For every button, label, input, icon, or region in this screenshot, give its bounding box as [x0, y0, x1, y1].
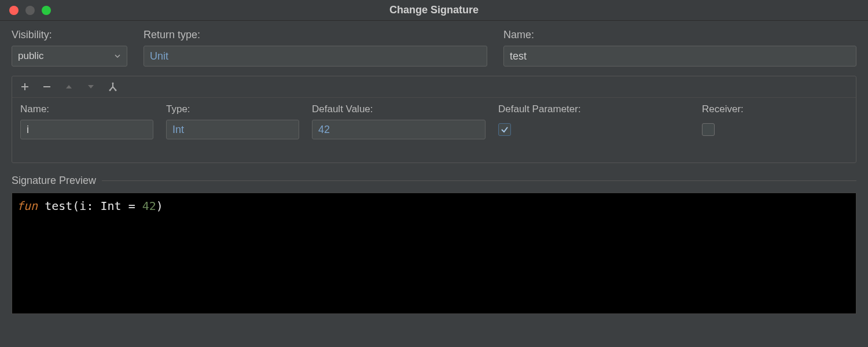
- window-title: Change Signature: [389, 4, 479, 16]
- param-type-input[interactable]: Int: [166, 120, 299, 139]
- close-window-button[interactable]: [9, 6, 19, 15]
- name-label: Name:: [503, 29, 856, 41]
- visibility-value: public: [18, 50, 43, 62]
- svg-point-0: [112, 83, 114, 84]
- chevron-down-icon: [114, 53, 121, 60]
- return-type-input[interactable]: Unit: [144, 46, 487, 67]
- parameters-panel: Name: Type: Default Value: Default Param…: [12, 76, 856, 163]
- visibility-group: Visibility: public: [12, 29, 127, 67]
- preview-keyword: fun: [17, 199, 38, 213]
- param-default-value-input[interactable]: 42: [312, 120, 486, 139]
- preview-number: 42: [142, 199, 156, 213]
- minimize-window-button[interactable]: [25, 6, 35, 15]
- arrow-down-icon[interactable]: [86, 82, 95, 91]
- preview-label-row: Signature Preview: [12, 175, 856, 187]
- name-value: test: [510, 50, 527, 62]
- name-input[interactable]: test: [503, 46, 856, 67]
- signature-preview-box: fun test(i: Int = 42): [12, 193, 856, 314]
- header-name: Name:: [20, 104, 153, 115]
- titlebar: Change Signature: [0, 0, 868, 21]
- header-receiver: Receiver:: [702, 104, 771, 115]
- parameter-headers: Name: Type: Default Value: Default Param…: [12, 98, 856, 120]
- param-name-input[interactable]: i: [20, 120, 153, 139]
- arrow-up-icon[interactable]: [64, 82, 73, 91]
- dialog-content: Visibility: public Return type: Unit Nam…: [0, 21, 868, 322]
- header-default-value: Default Value:: [312, 104, 486, 115]
- signature-fields-row: Visibility: public Return type: Unit Nam…: [12, 29, 856, 67]
- param-default-parameter-cell: [498, 123, 689, 136]
- name-group: Name: test: [503, 29, 856, 67]
- plus-icon[interactable]: [20, 82, 30, 91]
- param-type-value: Int: [172, 124, 184, 136]
- return-type-group: Return type: Unit: [144, 29, 487, 67]
- header-default-parameter: Default Parameter:: [498, 104, 689, 115]
- parameters-toolbar: [12, 76, 856, 98]
- preview-head: test(i: Int =: [38, 199, 142, 213]
- visibility-combobox[interactable]: public: [12, 46, 127, 67]
- divider: [102, 180, 856, 181]
- param-receiver-cell: [702, 123, 771, 136]
- param-name-value: i: [27, 124, 29, 136]
- param-default-parameter-checkbox[interactable]: [498, 123, 511, 136]
- param-receiver-checkbox[interactable]: [702, 123, 715, 136]
- window-controls: [0, 6, 51, 15]
- svg-point-1: [109, 90, 111, 91]
- maximize-window-button[interactable]: [42, 6, 51, 15]
- minus-icon[interactable]: [42, 82, 52, 91]
- svg-point-2: [115, 90, 117, 91]
- signature-preview-label: Signature Preview: [12, 175, 96, 187]
- return-type-value: Unit: [150, 50, 168, 62]
- param-default-value: 42: [318, 124, 330, 136]
- parameter-row: i Int 42: [12, 120, 856, 163]
- preview-tail: ): [156, 199, 163, 213]
- visibility-label: Visibility:: [12, 29, 127, 41]
- return-type-label: Return type:: [144, 29, 487, 41]
- fork-icon[interactable]: [108, 82, 117, 91]
- header-type: Type:: [166, 104, 299, 115]
- signature-preview-section: Signature Preview fun test(i: Int = 42): [12, 175, 856, 314]
